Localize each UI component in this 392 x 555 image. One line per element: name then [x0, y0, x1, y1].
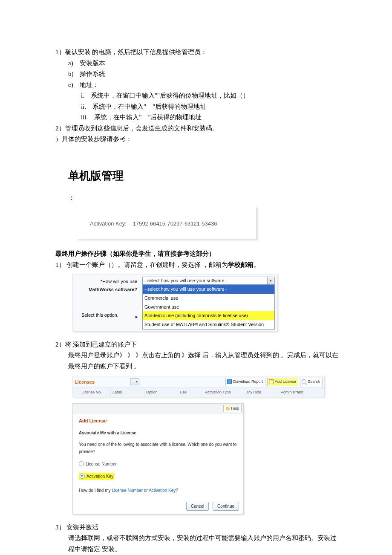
- step-1a: a) 安装版本: [55, 58, 341, 69]
- document-page: 1）确认安装 的电脑，然后把以下信息提供给管理员： a) 安装版本 b) 操作系…: [0, 0, 392, 555]
- activation-key-label: Activation Key:: [90, 220, 127, 227]
- colon-mark: ：: [55, 193, 341, 204]
- software-use-combobox[interactable]: - select how you will use your software …: [142, 277, 275, 285]
- step-1b: b) 操作系统: [55, 69, 341, 80]
- dialog-text: You need one of the following to associa…: [79, 441, 238, 455]
- radio-license-number[interactable]: License Number: [79, 460, 238, 468]
- licenses-title: Licenses: [75, 378, 130, 386]
- add-license-button[interactable]: Add License: [267, 378, 299, 386]
- software-use-label: *How will you use MathWorks software?: [73, 275, 140, 331]
- software-use-selection: *How will you use MathWorks software? - …: [72, 275, 278, 331]
- dialog-subtitle: Associate Me with a License: [79, 429, 238, 436]
- step-1: 1）确认安装 的电脑，然后把以下信息提供给管理员：: [55, 47, 341, 58]
- radio-icon: [79, 461, 84, 466]
- option-academic[interactable]: Academic use (including campus/site lice…: [143, 311, 274, 320]
- col-administrator: Administrator: [279, 388, 324, 397]
- step-1c-ii: ii. 系统中，在中输入" "后获得的物理地址: [55, 101, 341, 113]
- col-label: Label: [111, 388, 144, 397]
- select-this-option-tip: Select this option.: [81, 311, 118, 319]
- step-1c-i: i. 系统中，在窗口中输入""后获得的位物理地址，比如（）: [55, 90, 341, 101]
- help-icon: ?: [226, 407, 230, 410]
- option-placeholder[interactable]: - select how you will use your software …: [143, 285, 274, 294]
- activation-key-value: 17592-66415-70297-63121-53436: [133, 220, 217, 227]
- dialog-title: Add License: [79, 417, 238, 425]
- activation-key-box: Activation Key: 17592-66415-70297-63121-…: [77, 207, 257, 239]
- find-help-text: How do I find my License Number or Activ…: [79, 487, 238, 494]
- col-license-no: License No.: [73, 388, 111, 397]
- col-option: Option: [144, 388, 178, 397]
- activation-key-link[interactable]: Activation Key: [149, 488, 176, 493]
- col-my-role: My Role: [245, 388, 279, 397]
- col-use: Use: [178, 388, 203, 397]
- arrow-icon: [123, 317, 136, 317]
- search-button[interactable]: Search: [300, 378, 323, 386]
- cancel-button[interactable]: Cancel: [186, 502, 209, 511]
- search-icon: [302, 379, 306, 384]
- end-user-heading: 最终用户操作步骤（如果你是学生，请直接参考这部分）: [55, 249, 341, 260]
- step-1c: c) 地址：: [55, 80, 341, 91]
- end-user-step-3a: 3） 安装并激活: [55, 522, 341, 533]
- software-use-options[interactable]: - select how you will use your software …: [142, 285, 275, 329]
- section-heading: 单机版管理: [55, 166, 341, 185]
- col-activation-type: Activation Type: [203, 388, 245, 397]
- download-report-button[interactable]: Download Report: [225, 378, 265, 386]
- radio-icon: [80, 474, 85, 479]
- help-button[interactable]: ? Help: [223, 405, 242, 412]
- option-government[interactable]: Government use: [143, 303, 274, 312]
- step-1c-iii: iii. 系统，在中输入" "后获得的物理地址: [55, 112, 341, 123]
- licenses-filter-dropdown[interactable]: [130, 379, 139, 385]
- end-user-step-1: 1） 创建一个账户（）。请留意，在创建时，要选择 ，邮箱为学校邮箱。: [55, 260, 341, 271]
- end-user-step-3b: 请选择联网，或者不联网的方式安装，安装的过程中可能需要输入账户的用户名和密码。安…: [55, 533, 341, 555]
- step-2: 2）管理员收到这些信息后，会发送生成的文件和安装码。: [55, 123, 341, 134]
- download-icon: [227, 379, 232, 384]
- add-icon: [269, 379, 274, 384]
- licenses-table-header: License No. Label Option Use Activation …: [73, 388, 324, 397]
- step-3: ）具体的安装步骤请参考：: [55, 134, 341, 145]
- license-number-link[interactable]: License Number: [112, 488, 143, 493]
- end-user-step-2b: 最终用户登录账户》 》 》点击右上角的 》选择 后，输入从管理员处得到的 。完成…: [55, 350, 341, 372]
- radio-activation-key[interactable]: Activation Key: [79, 473, 114, 480]
- option-student[interactable]: Student use of MATLAB® and Simulink® Stu…: [143, 320, 274, 329]
- licenses-panel: Licenses Download Report Add License Sea…: [72, 376, 325, 397]
- end-user-step-2a: 2）将 添加到已建立的账户下: [55, 339, 341, 350]
- add-license-dialog: ? Help Add License Associate Me with a L…: [72, 403, 244, 515]
- option-commercial[interactable]: Commercial use: [143, 294, 274, 303]
- continue-button[interactable]: Continue: [213, 502, 239, 511]
